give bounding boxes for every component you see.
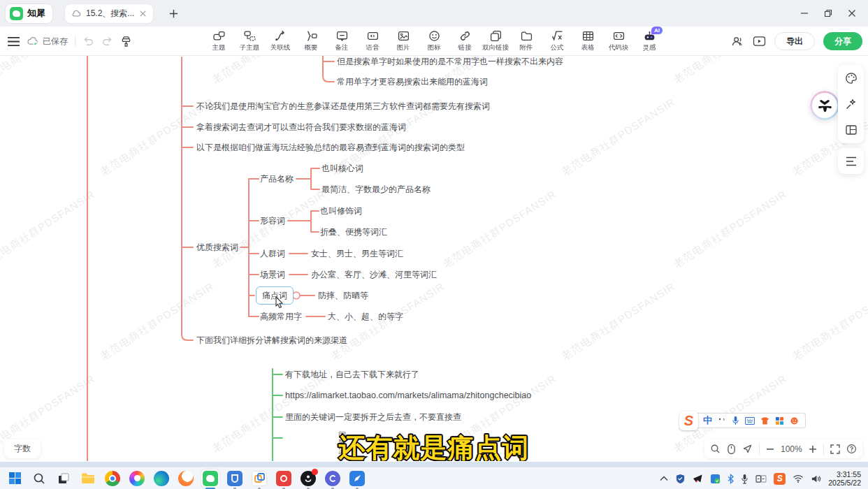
tool-note[interactable]: 备注	[326, 28, 357, 52]
input-method-bar[interactable]: S 中	[679, 412, 806, 429]
file-explorer-button[interactable]	[79, 469, 97, 488]
bluetooth-icon[interactable]	[728, 474, 734, 484]
red-ring-app-button[interactable]	[275, 469, 293, 488]
tool-table[interactable]: 表格	[572, 28, 603, 52]
mindmap-node[interactable]: 高频常用字	[260, 311, 302, 322]
mindmap-node[interactable]: 折叠、便携等词汇	[320, 226, 387, 238]
undo-icon[interactable]	[82, 36, 94, 47]
mindmap-node[interactable]: 形容词	[260, 215, 285, 226]
format-painter-icon[interactable]	[120, 36, 132, 47]
cloud-saved-icon	[27, 36, 39, 46]
mindmap-node[interactable]: 但是搜索单字时如果使用的是不常用字也一样搜索不出来内容	[337, 56, 563, 67]
app-home-button[interactable]: 知犀	[6, 4, 52, 23]
collaborators-icon[interactable]	[731, 36, 744, 47]
mindmap-node[interactable]: 以下是根据咱们做蓝海玩法经验总结的最容易查到蓝海词的搜索词的类型	[196, 142, 465, 153]
obs-app-button[interactable]	[299, 469, 317, 488]
zhixi-app-button[interactable]	[201, 469, 219, 488]
layout-icon	[845, 124, 858, 136]
mindmap-canvas[interactable]: 老范电商社群PDSFANSIR老范电商社群PDSFANSIR老范电商社群PDSF…	[0, 56, 868, 461]
tray-expand-icon[interactable]	[660, 476, 668, 481]
tool-topic[interactable]: 主题	[203, 28, 234, 52]
tool-attachment[interactable]: 附件	[511, 28, 542, 52]
tool-formula[interactable]: 公式	[542, 28, 572, 52]
tool-relation-line[interactable]: 关联线	[265, 28, 296, 52]
mindmap-node[interactable]: 防摔、防晒等	[318, 290, 368, 301]
mindmap-node[interactable]: 下面我们详细拆分讲解搜索词的来源渠道	[196, 335, 347, 346]
layout-button[interactable]	[838, 117, 864, 143]
document-tab[interactable]: 15.2、搜索...	[65, 4, 153, 23]
sync-check-icon[interactable]	[710, 474, 721, 484]
volume-icon[interactable]	[811, 474, 821, 483]
tool-bidirectional-link[interactable]: 双向链接	[480, 28, 511, 52]
toolbox-icon[interactable]	[775, 416, 784, 425]
purple-circle-app-button[interactable]	[324, 469, 342, 488]
telegram-icon[interactable]	[693, 474, 703, 483]
hamburger-menu-icon[interactable]	[7, 36, 20, 47]
mindmap-node[interactable]: 常用单字才更容易搜索出来能用的蓝海词	[337, 76, 488, 87]
tool-ai-inspiration[interactable]: AI 灵感	[634, 28, 665, 52]
skin-icon[interactable]	[760, 416, 769, 425]
sogou-logo[interactable]: S	[679, 411, 698, 430]
tool-subtopic[interactable]: 子主题	[234, 28, 265, 52]
color-wheel-app-button[interactable]	[128, 469, 146, 488]
tool-voice[interactable]: 语音	[357, 28, 388, 52]
tool-icon-sticker[interactable]: 图标	[419, 28, 449, 52]
mindmap-node[interactable]: 女士、男士、男生等词汇	[311, 248, 403, 259]
mindmap-node-parent[interactable]: 优质搜索词	[196, 242, 238, 253]
minimize-button[interactable]	[793, 0, 816, 27]
mindmap-node-url[interactable]: https://alimarket.taobao.com/markets/ali…	[285, 390, 531, 401]
tool-summary[interactable]: 概要	[296, 28, 326, 52]
tool-image[interactable]: 图片	[388, 28, 419, 52]
start-button[interactable]	[6, 469, 24, 488]
palette-icon	[845, 72, 858, 85]
mindmap-node[interactable]: 产品名称	[260, 173, 294, 184]
smiley-icon	[428, 30, 440, 42]
mindmap-node[interactable]: 大、小、超、的等字	[328, 311, 403, 322]
export-button[interactable]: 导出	[774, 32, 815, 50]
tool-code-block[interactable]: 代码块	[603, 28, 634, 52]
edge-button[interactable]	[152, 469, 171, 488]
rocket-app-button[interactable]	[348, 469, 366, 488]
video-tutorial-icon[interactable]	[753, 36, 766, 47]
taskbar-search-button[interactable]	[30, 469, 48, 488]
tray-microphone-icon[interactable]	[741, 474, 748, 484]
taskbar-clock[interactable]: 3:31:55 2025/5/22	[828, 470, 865, 487]
wifi-icon[interactable]	[793, 474, 804, 483]
emoji-input-icon[interactable]	[790, 416, 800, 425]
microphone-icon[interactable]	[732, 416, 739, 425]
close-button[interactable]	[840, 0, 864, 27]
mindmap-node[interactable]: 人群词	[260, 248, 285, 259]
keyboard-icon[interactable]	[745, 417, 755, 425]
mindmap-node[interactable]: 也叫核心词	[321, 163, 363, 174]
mindmap-node[interactable]: 最简洁、字数最少的产品名称	[321, 184, 431, 195]
share-button[interactable]: 分享	[823, 32, 862, 50]
mindmap-node[interactable]: 场景词	[260, 269, 285, 280]
punctuation-icon[interactable]	[718, 416, 726, 425]
video-subtitle: 还有就是痛点词	[0, 430, 868, 461]
sogou-tray-icon[interactable]: S	[774, 473, 786, 485]
ime-mode-icon[interactable]	[755, 474, 767, 483]
folder-attachment-icon	[521, 30, 533, 42]
overlap-squares-app-button[interactable]	[250, 469, 268, 488]
tool-link[interactable]: 链接	[449, 28, 480, 52]
mindmap-node[interactable]: 也叫修饰词	[320, 205, 362, 217]
blue-shield-app-button[interactable]	[226, 469, 244, 488]
new-tab-button[interactable]	[168, 8, 179, 19]
restore-button[interactable]	[816, 0, 840, 27]
theme-style-button[interactable]	[838, 65, 864, 91]
tab-close-icon[interactable]	[139, 10, 147, 17]
ai-assistant-button[interactable]	[810, 91, 839, 120]
mindmap-node[interactable]: 里面的关键词一定要拆开之后去查，不要直接查	[285, 411, 461, 423]
beautify-button[interactable]	[838, 91, 864, 117]
round-orange-app-button[interactable]	[177, 469, 195, 488]
redo-icon[interactable]	[101, 36, 113, 47]
outline-button[interactable]	[838, 148, 864, 174]
language-mode[interactable]: 中	[703, 414, 712, 427]
security-shield-icon[interactable]	[675, 474, 686, 484]
mindmap-node[interactable]: 有下载地址，自己去下载下来就行了	[285, 369, 419, 380]
mindmap-node[interactable]: 拿着搜索词去查词才可以查出符合我们要求数据的蓝海词	[196, 122, 406, 133]
mindmap-node[interactable]: 不论我们是使用淘宝官方的生意参谋还是使用第三方软件查词都需要先有搜索词	[196, 101, 490, 112]
task-view-button[interactable]	[55, 469, 73, 488]
mindmap-node[interactable]: 办公室、客厅、沙滩、河里等词汇	[311, 269, 437, 280]
chrome-button[interactable]	[103, 469, 122, 488]
